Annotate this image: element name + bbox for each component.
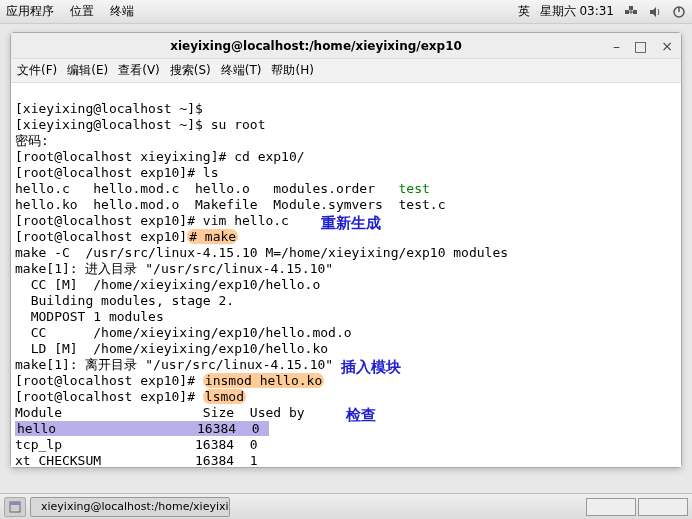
window-title: xieyixing@localhost:/home/xieyixing/exp1…: [19, 39, 613, 53]
input-method-indicator[interactable]: 英: [518, 3, 530, 20]
term-line: hello 16384 0: [15, 421, 269, 436]
term-line: [xieyixing@localhost ~]$: [15, 101, 211, 116]
svg-rect-6: [10, 502, 20, 505]
term-line: xt_CHECKSUM 16384 1: [15, 453, 265, 467]
menu-help[interactable]: 帮助(H): [271, 62, 313, 79]
term-line: make[1]: 离开目录 "/usr/src/linux-4.15.10": [15, 357, 333, 372]
term-line: Module Size Used by: [15, 405, 305, 420]
menu-applications[interactable]: 应用程序: [6, 4, 54, 18]
term-line: MODPOST 1 modules: [15, 309, 164, 324]
term-line: [root@localhost exp10]# insmod hello.ko: [15, 373, 324, 388]
network-icon[interactable]: [624, 5, 638, 19]
annotation-check: 检查: [346, 407, 376, 423]
menu-edit[interactable]: 编辑(E): [67, 62, 108, 79]
menu-terminal[interactable]: 终端: [110, 4, 134, 18]
term-line: [root@localhost exp10]# lsmod: [15, 389, 246, 404]
workspace-switcher[interactable]: [586, 498, 688, 516]
maximize-button[interactable]: □: [634, 38, 647, 54]
menu-places[interactable]: 位置: [70, 4, 94, 18]
menubar: 文件(F) 编辑(E) 查看(V) 搜索(S) 终端(T) 帮助(H): [11, 59, 681, 83]
term-line: CC [M] /home/xieyixing/exp10/hello.o: [15, 277, 320, 292]
top-panel: 应用程序 位置 终端 英 星期六 03:31: [0, 0, 692, 24]
term-line: hello.ko hello.mod.o Makefile Module.sym…: [15, 197, 445, 212]
term-line: [root@localhost xieyixing]# cd exp10/: [15, 149, 305, 164]
menu-terminal-app[interactable]: 终端(T): [221, 62, 262, 79]
workspace-2[interactable]: [638, 498, 688, 516]
terminal-output[interactable]: [xieyixing@localhost ~]$ [xieyixing@loca…: [11, 83, 681, 467]
close-button[interactable]: ×: [661, 38, 673, 54]
term-line: 密码:: [15, 133, 49, 148]
taskbar-item-terminal[interactable]: >_ xieyixing@localhost:/home/xieyixing…: [30, 497, 230, 517]
menu-file[interactable]: 文件(F): [17, 62, 57, 79]
minimize-button[interactable]: –: [613, 38, 620, 54]
term-line: CC /home/xieyixing/exp10/hello.mod.o: [15, 325, 352, 340]
terminal-window: xieyixing@localhost:/home/xieyixing/exp1…: [10, 32, 682, 468]
titlebar[interactable]: xieyixing@localhost:/home/xieyixing/exp1…: [11, 33, 681, 59]
show-desktop-button[interactable]: [4, 497, 26, 517]
annotation-insert-module: 插入模块: [341, 359, 401, 375]
clock[interactable]: 星期六 03:31: [540, 3, 614, 20]
taskbar-item-label: xieyixing@localhost:/home/xieyixing…: [41, 500, 230, 513]
annotation-regenerate: 重新生成: [321, 215, 381, 231]
term-line: hello.c hello.mod.c hello.o modules.orde…: [15, 181, 430, 196]
top-menu-left: 应用程序 位置 终端: [6, 3, 146, 20]
volume-icon[interactable]: [648, 5, 662, 19]
term-line: make -C /usr/src/linux-4.15.10 M=/home/x…: [15, 245, 508, 260]
svg-rect-2: [629, 6, 633, 10]
term-line: [xieyixing@localhost ~]$ su root: [15, 117, 265, 132]
workspace-1[interactable]: [586, 498, 636, 516]
term-line: tcp_lp 16384 0: [15, 437, 265, 452]
power-icon[interactable]: [672, 5, 686, 19]
term-line: Building modules, stage 2.: [15, 293, 234, 308]
term-line: [root@localhost exp10]# make: [15, 229, 238, 244]
term-line: [root@localhost exp10]# ls: [15, 165, 219, 180]
taskbar: >_ xieyixing@localhost:/home/xieyixing…: [0, 493, 692, 519]
term-line: make[1]: 进入目录 "/usr/src/linux-4.15.10": [15, 261, 333, 276]
menu-search[interactable]: 搜索(S): [170, 62, 211, 79]
top-tray: 英 星期六 03:31: [518, 3, 686, 20]
term-line: [root@localhost exp10]# vim hello.c: [15, 213, 289, 228]
term-line: LD [M] /home/xieyixing/exp10/hello.ko: [15, 341, 328, 356]
menu-view[interactable]: 查看(V): [118, 62, 160, 79]
